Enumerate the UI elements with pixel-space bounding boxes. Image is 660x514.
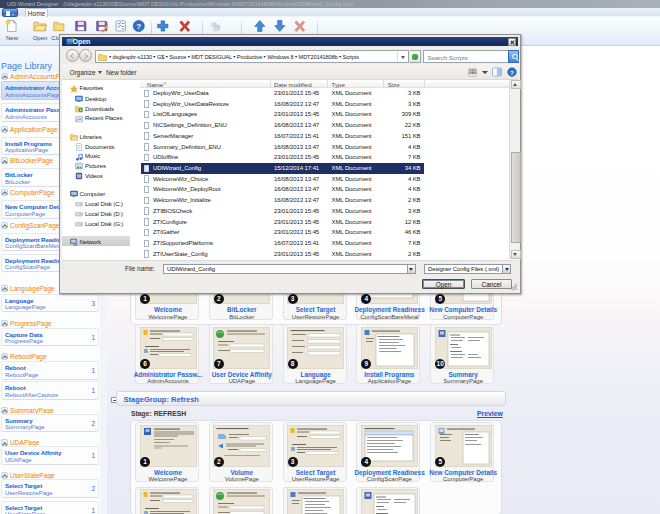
svg-text:?: ? [510,68,514,75]
svg-text:?: ? [137,22,142,31]
